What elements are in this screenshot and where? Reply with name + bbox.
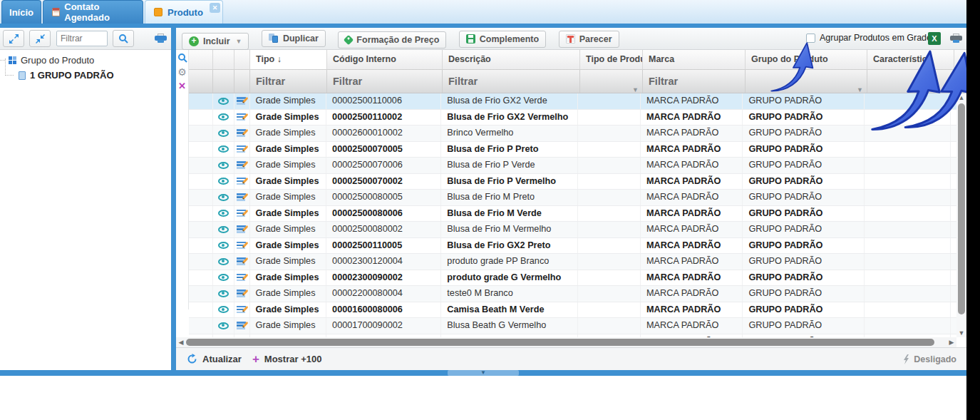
tab-inicio[interactable]: Início (1, 0, 41, 24)
column-header-tipo[interactable]: Tipo ↓ (250, 50, 327, 70)
column-header-codigo-interno[interactable]: Código Interno (327, 50, 443, 70)
edit-row-button[interactable] (234, 270, 250, 286)
cell-marca: MARCA PADRÃO (641, 158, 743, 173)
view-row-button[interactable] (213, 158, 234, 173)
table-row[interactable]: Grade Simples 00002500070006 Blusa de Fr… (189, 158, 956, 174)
table-row[interactable]: Grade Simples 00002500110002 Blusa de Fr… (189, 110, 956, 126)
grid-search-icon[interactable] (177, 53, 187, 63)
horizontal-scrollbar[interactable]: ◀ ▶ (176, 337, 956, 347)
view-row-button[interactable] (213, 286, 234, 302)
scroll-up-icon[interactable]: ▲ (956, 94, 966, 101)
edit-row-button[interactable] (234, 190, 250, 205)
edit-row-button[interactable] (234, 222, 250, 237)
horizontal-scroll-thumb[interactable] (186, 339, 934, 346)
cell-grupo: GRUPO PADRÃO (743, 318, 864, 334)
table-row[interactable]: Grade Simples 00002600010002 Brinco Verm… (189, 126, 956, 142)
formacao-de-preco-button[interactable]: Formação de Preço (338, 31, 446, 48)
panel-splitter[interactable] (171, 28, 176, 370)
edit-row-button[interactable] (234, 158, 250, 173)
view-row-button[interactable] (213, 270, 234, 286)
view-row-button[interactable] (213, 142, 234, 158)
table-row[interactable]: Grade Simples 00002500070002 Blusa de Fr… (189, 174, 956, 190)
edit-row-button[interactable] (234, 142, 250, 158)
cell-codigo: 00002500080005 (326, 190, 441, 205)
table-row[interactable]: Grade Simples 00001700090002 Blusa Beath… (189, 318, 956, 334)
clear-filters-icon[interactable]: ✕ (178, 81, 186, 91)
collapse-panel-handle[interactable]: ▼ (448, 370, 519, 376)
collapse-all-button[interactable] (29, 30, 51, 47)
tab-contato-agendado[interactable]: Contato Agendado (43, 0, 143, 24)
edit-row-button[interactable] (234, 318, 250, 334)
view-row-button[interactable] (213, 93, 234, 109)
column-header-descricao[interactable]: Descrição (443, 50, 580, 70)
column-header-caracteristica[interactable]: Característica (867, 50, 954, 70)
table-row[interactable]: Grade Simples 00002500080006 Blusa de Fr… (189, 206, 956, 222)
edit-row-button[interactable] (234, 174, 250, 190)
expand-all-button[interactable] (3, 30, 24, 47)
edit-row-button[interactable] (234, 93, 250, 109)
table-row[interactable]: Grade Simples 00002500110006 Blusa de Fr… (189, 93, 956, 110)
sidebar-filter-input[interactable] (56, 31, 108, 46)
grid-print-button[interactable] (947, 30, 964, 47)
sidebar-print-button[interactable] (153, 30, 169, 47)
edit-row-button[interactable] (234, 238, 250, 254)
close-icon[interactable]: ✕ (210, 3, 220, 13)
parecer-button[interactable]: Parecer (559, 31, 619, 48)
export-excel-button[interactable]: X (926, 30, 943, 47)
tree-item-grupo-padrao[interactable]: 1 GRUPO PADRÃO (19, 70, 114, 81)
filter-select-grupo[interactable]: ▼ (746, 70, 867, 93)
view-row-button[interactable] (213, 174, 234, 190)
view-row-button[interactable] (213, 238, 234, 254)
table-row[interactable]: Grade Simples 00002500070005 Blusa de Fr… (189, 142, 956, 158)
view-row-button[interactable] (213, 206, 234, 222)
vertical-scrollbar[interactable]: ▲ ▼ (956, 93, 966, 337)
scroll-left-icon[interactable]: ◀ (176, 339, 186, 346)
filter-input-marca[interactable]: Filtrar (643, 70, 746, 93)
edit-row-button[interactable] (234, 126, 250, 141)
table-row[interactable]: Grade Simples 00002300120004 produto gra… (189, 254, 956, 270)
duplicar-button[interactable]: Duplicar (262, 30, 326, 47)
table-row[interactable]: Grade Simples 00001600080006 Camisa Beat… (189, 302, 956, 319)
view-row-button[interactable] (213, 222, 234, 237)
column-header-grupo-do-produto[interactable]: Grupo do Produto (746, 50, 867, 70)
tab-produto[interactable]: Produto ✕ (145, 0, 223, 24)
edit-row-button[interactable] (234, 286, 250, 302)
mostrar-100-button[interactable]: + Mostrar +100 (252, 352, 322, 367)
filter-select-tipo-produto[interactable]: ▼ (580, 70, 643, 93)
filter-input-descricao[interactable]: Filtrar (443, 70, 580, 93)
eye-icon (218, 258, 229, 265)
column-header-cor[interactable]: Cor (954, 50, 966, 70)
sidebar-search-button[interactable] (113, 30, 134, 47)
edit-row-button[interactable] (234, 254, 250, 270)
scroll-down-icon[interactable]: ▼ (956, 329, 966, 337)
column-header-marca[interactable]: Marca (643, 50, 746, 70)
tree-root-grupo-do-produto[interactable]: Grupo do Produto (9, 55, 94, 66)
eye-icon (218, 290, 229, 297)
edit-row-button[interactable] (234, 302, 250, 318)
view-row-button[interactable] (213, 190, 234, 205)
column-header-tipo-de-produto[interactable]: Tipo de Produto (580, 50, 643, 70)
view-row-button[interactable] (213, 302, 234, 318)
incluir-button[interactable]: + Incluir ▼ (182, 33, 249, 50)
table-row[interactable]: Grade Simples 00002500080002 Blusa de Fr… (189, 222, 956, 238)
complemento-button[interactable]: Complemento (459, 31, 546, 48)
agrupar-checkbox[interactable] (806, 34, 815, 43)
filter-input-tipo[interactable]: Filtrar (250, 70, 327, 93)
view-row-button[interactable] (213, 126, 234, 141)
view-row-button[interactable] (213, 318, 234, 334)
view-row-button[interactable] (213, 254, 234, 270)
table-row[interactable]: Grade Simples 00002500110005 Blusa de Fr… (189, 238, 956, 255)
gear-icon[interactable]: ⚙ (177, 67, 187, 77)
table-row[interactable]: Grade Simples 00002200080004 teste0 M Br… (189, 286, 956, 302)
table-row[interactable]: Grade Simples 00002300090002 produto gra… (189, 270, 956, 287)
edit-row-button[interactable] (234, 206, 250, 222)
table-row[interactable]: Grade Simples 00002500080005 Blusa de Fr… (189, 190, 956, 206)
scroll-right-icon[interactable]: ▶ (947, 339, 956, 346)
filter-select-caracteristica[interactable]: ▼ (867, 70, 954, 93)
filter-input-codigo[interactable]: Filtrar (327, 70, 443, 93)
atualizar-button[interactable]: Atualizar (187, 354, 242, 364)
cell-cor (951, 142, 956, 158)
view-row-button[interactable] (213, 110, 234, 126)
vertical-scroll-thumb[interactable] (958, 103, 965, 314)
edit-row-button[interactable] (234, 110, 250, 126)
